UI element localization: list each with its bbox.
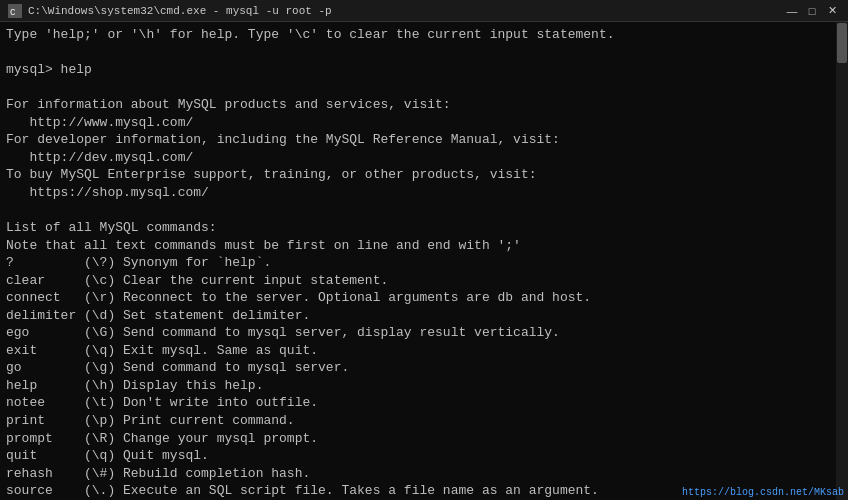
line-20: go (\g) Send command to mysql server. [6, 359, 842, 377]
line-12: List of all MySQL commands: [6, 219, 842, 237]
window-controls: — □ ✕ [784, 4, 840, 18]
line-15: clear (\c) Clear the current input state… [6, 272, 842, 290]
minimize-button[interactable]: — [784, 4, 800, 18]
line-26: rehash (\#) Rebuild completion hash. [6, 465, 842, 483]
watermark: https://blog.csdn.net/MKsab [682, 487, 844, 498]
cmd-icon: C [8, 4, 22, 18]
window-title: C:\Windows\system32\cmd.exe - mysql -u r… [28, 5, 332, 17]
line-19: exit (\q) Exit mysql. Same as quit. [6, 342, 842, 360]
line-25: quit (\q) Quit mysql. [6, 447, 842, 465]
line-10: https://shop.mysql.com/ [6, 184, 842, 202]
line-17: delimiter (\d) Set statement delimiter. [6, 307, 842, 325]
line-14: ? (\?) Synonym for `help`. [6, 254, 842, 272]
maximize-button[interactable]: □ [804, 4, 820, 18]
line-7: For developer information, including the… [6, 131, 842, 149]
line-1: Type 'help;' or '\h' for help. Type '\c'… [6, 26, 842, 44]
line-2 [6, 44, 842, 62]
line-23: print (\p) Print current command. [6, 412, 842, 430]
line-16: connect (\r) Reconnect to the server. Op… [6, 289, 842, 307]
line-6: http://www.mysql.com/ [6, 114, 842, 132]
title-bar: C C:\Windows\system32\cmd.exe - mysql -u… [0, 0, 848, 22]
title-bar-left: C C:\Windows\system32\cmd.exe - mysql -u… [8, 4, 332, 18]
line-8: http://dev.mysql.com/ [6, 149, 842, 167]
line-21: help (\h) Display this help. [6, 377, 842, 395]
svg-text:C: C [10, 8, 16, 17]
line-5: For information about MySQL products and… [6, 96, 842, 114]
line-24: prompt (\R) Change your mysql prompt. [6, 430, 842, 448]
line-4 [6, 79, 842, 97]
close-button[interactable]: ✕ [824, 4, 840, 18]
line-11 [6, 201, 842, 219]
scrollbar[interactable] [836, 22, 848, 500]
line-9: To buy MySQL Enterprise support, trainin… [6, 166, 842, 184]
scrollbar-thumb[interactable] [837, 23, 847, 63]
line-3: mysql> help [6, 61, 842, 79]
line-18: ego (\G) Send command to mysql server, d… [6, 324, 842, 342]
line-22: notee (\t) Don't write into outfile. [6, 394, 842, 412]
terminal-window: Type 'help;' or '\h' for help. Type '\c'… [0, 22, 848, 500]
line-13: Note that all text commands must be firs… [6, 237, 842, 255]
